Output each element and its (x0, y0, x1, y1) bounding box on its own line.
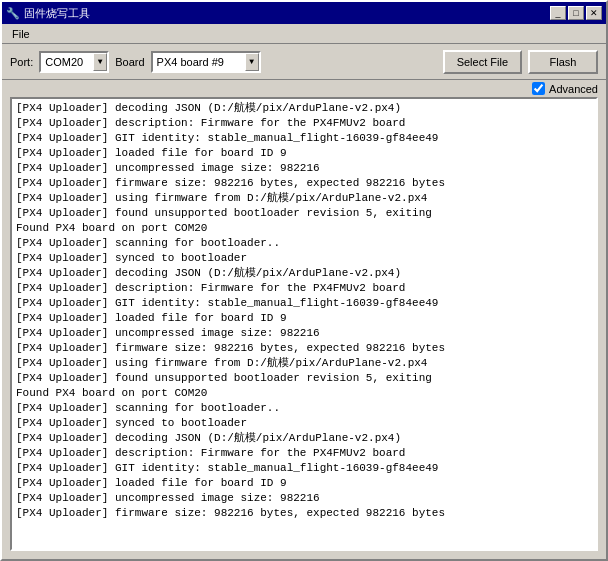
log-line: [PX4 Uploader] uncompressed image size: … (16, 326, 592, 341)
log-line: [PX4 Uploader] loaded file for board ID … (16, 476, 592, 491)
title-bar: 🔧 固件烧写工具 _ □ ✕ (2, 2, 606, 24)
advanced-label[interactable]: Advanced (532, 82, 598, 95)
menu-bar: File (2, 24, 606, 44)
log-line: [PX4 Uploader] description: Firmware for… (16, 446, 592, 461)
log-line: [PX4 Uploader] firmware size: 982216 byt… (16, 176, 592, 191)
board-select[interactable]: PX4 board #9 (151, 51, 261, 73)
log-line: [PX4 Uploader] uncompressed image size: … (16, 491, 592, 506)
toolbar: Port: COM20 ▼ Board PX4 board #9 ▼ Selec… (2, 44, 606, 80)
port-select-wrapper: COM20 ▼ (39, 51, 109, 73)
log-line: [PX4 Uploader] found unsupported bootloa… (16, 371, 592, 386)
window-title-text: 固件烧写工具 (24, 6, 90, 21)
menu-file[interactable]: File (6, 26, 36, 42)
port-label: Port: (10, 56, 33, 68)
log-area[interactable]: [PX4 Uploader] decoding JSON (D:/航模/pix/… (10, 97, 598, 551)
select-file-button[interactable]: Select File (443, 50, 522, 74)
log-line: [PX4 Uploader] using firmware from D:/航模… (16, 191, 592, 206)
log-line: [PX4 Uploader] GIT identity: stable_manu… (16, 296, 592, 311)
log-line: [PX4 Uploader] loaded file for board ID … (16, 146, 592, 161)
log-line: [PX4 Uploader] using firmware from D:/航模… (16, 356, 592, 371)
log-line: [PX4 Uploader] uncompressed image size: … (16, 161, 592, 176)
log-line: [PX4 Uploader] decoding JSON (D:/航模/pix/… (16, 266, 592, 281)
log-line: [PX4 Uploader] GIT identity: stable_manu… (16, 461, 592, 476)
close-button[interactable]: ✕ (586, 6, 602, 20)
minimize-button[interactable]: _ (550, 6, 566, 20)
log-line: [PX4 Uploader] found unsupported bootloa… (16, 206, 592, 221)
log-line: Found PX4 board on port COM20 (16, 386, 592, 401)
log-line: [PX4 Uploader] scanning for bootloader.. (16, 236, 592, 251)
window-title: 🔧 固件烧写工具 (6, 6, 90, 21)
window-icon: 🔧 (6, 7, 20, 20)
log-line: [PX4 Uploader] synced to bootloader (16, 251, 592, 266)
port-select[interactable]: COM20 (39, 51, 109, 73)
advanced-label-text: Advanced (549, 83, 598, 95)
log-line: [PX4 Uploader] synced to bootloader (16, 416, 592, 431)
log-line: [PX4 Uploader] decoding JSON (D:/航模/pix/… (16, 431, 592, 446)
log-line: [PX4 Uploader] firmware size: 982216 byt… (16, 341, 592, 356)
log-line: Found PX4 board on port COM20 (16, 221, 592, 236)
flash-button[interactable]: Flash (528, 50, 598, 74)
log-line: [PX4 Uploader] description: Firmware for… (16, 281, 592, 296)
log-line: [PX4 Uploader] GIT identity: stable_manu… (16, 131, 592, 146)
maximize-button[interactable]: □ (568, 6, 584, 20)
title-bar-controls: _ □ ✕ (550, 6, 602, 20)
advanced-checkbox[interactable] (532, 82, 545, 95)
main-window: 🔧 固件烧写工具 _ □ ✕ File Port: COM20 ▼ Board … (0, 0, 608, 561)
log-line: [PX4 Uploader] firmware size: 982216 byt… (16, 506, 592, 521)
log-line: [PX4 Uploader] scanning for bootloader.. (16, 401, 592, 416)
advanced-row: Advanced (2, 80, 606, 97)
board-select-wrapper: PX4 board #9 ▼ (151, 51, 261, 73)
log-line: [PX4 Uploader] decoding JSON (D:/航模/pix/… (16, 101, 592, 116)
log-line: [PX4 Uploader] description: Firmware for… (16, 116, 592, 131)
board-label: Board (115, 56, 144, 68)
log-line: [PX4 Uploader] loaded file for board ID … (16, 311, 592, 326)
